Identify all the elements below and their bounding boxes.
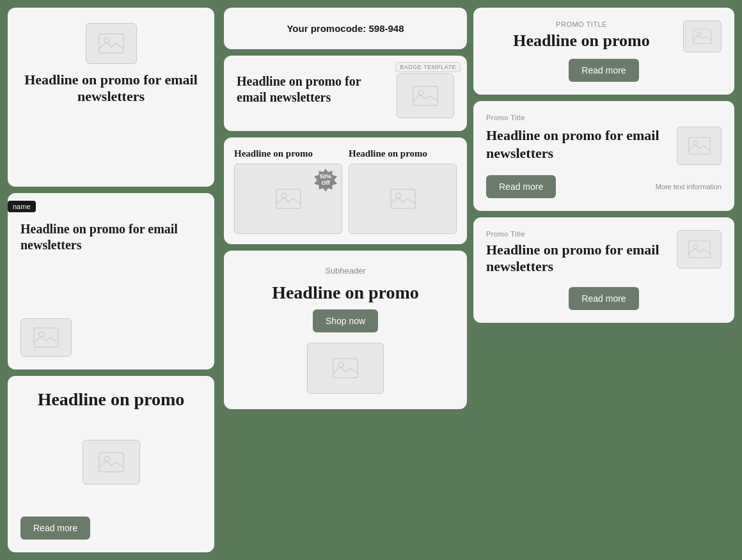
col3-card3: Promo Title Headline on promo for email … xyxy=(473,217,734,323)
product-1: Headline on promo 50%Off xyxy=(234,148,342,234)
col2-card2: BADGE TEMPLATE Headline on promo for ema… xyxy=(224,56,467,131)
product2-image xyxy=(349,164,457,234)
col2-card4: Subheader Headline on promo Shop now xyxy=(224,251,467,410)
badge-template: BADGE TEMPLATE xyxy=(395,62,461,72)
headline: Headline on promo xyxy=(20,389,201,410)
shop-now-button[interactable]: Shop now xyxy=(313,309,378,332)
product1-image-wrap: 50%Off xyxy=(234,164,342,234)
column-3: PROMO TITLE Headline on promo Read more … xyxy=(470,0,742,560)
col1-card2: name Headline on promo for email newslet… xyxy=(8,193,214,369)
promo-image xyxy=(83,440,140,485)
headline: Headline on promo xyxy=(272,282,419,304)
read-more-button[interactable]: Read more xyxy=(569,287,638,310)
promo-image xyxy=(683,20,722,52)
col2-card3: Headline on promo 50%Off Headline on pro… xyxy=(224,137,467,244)
col3-card2: Promo Title Headline on promo for email … xyxy=(473,101,734,211)
promo-image xyxy=(86,23,137,64)
read-more-button[interactable]: Read more xyxy=(486,175,556,198)
more-info-text: More text information xyxy=(656,183,722,191)
headline: Headline on promo for email newsletters xyxy=(20,72,201,105)
read-more-button[interactable]: Read more xyxy=(20,517,90,540)
promo-title: Promo Title xyxy=(486,230,670,238)
product1-headline: Headline on promo xyxy=(234,148,342,160)
headline: Headline on promo for email newsletters xyxy=(486,127,669,162)
headline: Headline on promo for email newsletters xyxy=(237,74,386,105)
headline: Headline on promo xyxy=(486,31,677,51)
product-row: Headline on promo 50%Off Headline on pro… xyxy=(234,148,457,234)
promo-image xyxy=(677,230,722,268)
col1-card3: Headline on promo Read more xyxy=(8,376,214,552)
col1-card1: Headline on promo for email newsletters xyxy=(8,8,214,187)
subheader: Subheader xyxy=(325,266,366,276)
column-1: Headline on promo for email newsletters … xyxy=(0,0,221,560)
headline: Headline on promo for email newsletters xyxy=(486,242,670,276)
product-2: Headline on promo xyxy=(349,148,457,234)
promo-title: Promo Title xyxy=(486,114,722,121)
promo-image xyxy=(307,343,384,394)
product2-headline: Headline on promo xyxy=(349,148,457,160)
read-more-button[interactable]: Read more xyxy=(569,59,638,82)
column-2: Your promocode: 598-948 BADGE TEMPLATE H… xyxy=(221,0,470,560)
headline: Headline on promo for email newsletters xyxy=(20,221,201,253)
promo-title: PROMO TITLE xyxy=(486,20,677,28)
col3-card1: PROMO TITLE Headline on promo Read more xyxy=(473,8,734,95)
promo-code: Your promocode: 598-948 xyxy=(287,23,404,34)
name-tag: name xyxy=(8,201,36,212)
promo-image xyxy=(20,318,72,357)
promo-image xyxy=(677,127,722,165)
promo-image xyxy=(397,74,454,118)
col2-card1: Your promocode: 598-948 xyxy=(224,8,467,49)
